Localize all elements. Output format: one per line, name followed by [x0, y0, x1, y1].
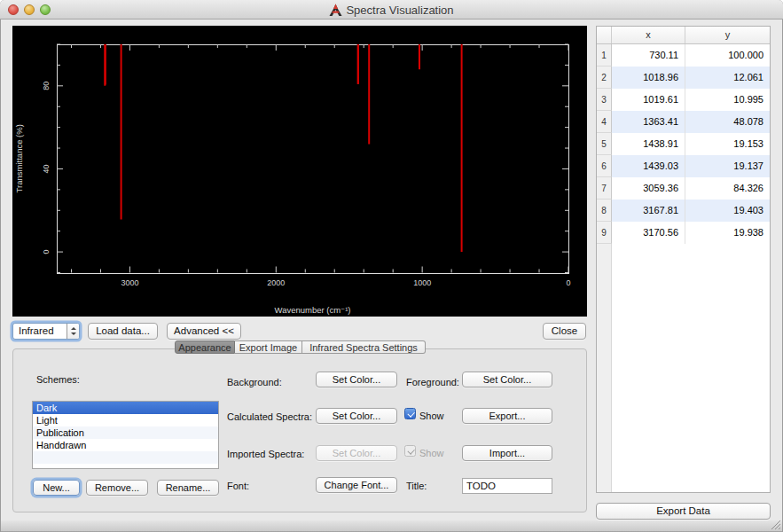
background-set-color-button[interactable]: Set Color... [316, 372, 397, 387]
spectra-visualization-window: Spectra Visualization 010002000300004080… [0, 0, 783, 532]
table-row: 51438.9119.153 [597, 133, 770, 155]
svg-text:0: 0 [566, 278, 570, 287]
minimize-window-button[interactable] [24, 4, 35, 15]
cell-y[interactable]: 19.938 [685, 222, 770, 244]
table-header: x y [597, 27, 770, 44]
imported-show-label: Show [419, 448, 444, 458]
cell-x[interactable]: 1438.91 [612, 133, 685, 155]
avogadro-app-icon [329, 4, 342, 17]
cell-x[interactable]: 3167.81 [612, 200, 685, 222]
svg-text:Wavenumber (cm⁻¹): Wavenumber (cm⁻¹) [275, 305, 351, 315]
scheme-item-dark[interactable]: Dark [33, 402, 218, 414]
svg-text:Transmittance (%): Transmittance (%) [14, 124, 24, 192]
export-calculated-button[interactable]: Export... [462, 408, 552, 424]
tab-export-image[interactable]: Export Image [235, 340, 302, 354]
zoom-window-button[interactable] [40, 4, 51, 15]
spectra-type-select[interactable]: Infrared [12, 323, 80, 340]
svg-text:1000: 1000 [413, 278, 431, 287]
cell-x[interactable]: 3170.56 [612, 222, 685, 244]
row-number: 5 [597, 133, 612, 155]
load-data-button[interactable]: Load data... [88, 323, 158, 340]
spectra-type-value: Infrared [19, 325, 54, 336]
peaks-table: x y 1730.11100.00021018.9612.06131019.61… [596, 26, 771, 493]
cell-y[interactable]: 84.326 [685, 177, 770, 200]
row-number: 3 [597, 89, 612, 111]
rename-scheme-button[interactable]: Rename... [157, 480, 219, 496]
row-number: 1 [597, 44, 612, 66]
cell-x[interactable]: 1019.61 [612, 89, 685, 111]
change-font-button[interactable]: Change Font... [316, 477, 397, 493]
settings-tabs: Appearance Export Image Infrared Spectra… [175, 340, 426, 354]
combo-stepper [67, 324, 79, 339]
tab-infrared-spectra-settings[interactable]: Infrared Spectra Settings [302, 340, 426, 354]
foreground-set-color-button[interactable]: Set Color... [462, 372, 552, 387]
cell-x[interactable]: 1439.03 [612, 155, 685, 177]
resize-grip[interactable] [771, 520, 781, 530]
table-row: 41363.4148.078 [597, 111, 770, 133]
cell-x[interactable]: 1018.96 [612, 66, 685, 89]
spectrum-plot: 010002000300004080Wavenumber (cm⁻¹)Trans… [12, 26, 587, 317]
row-number: 7 [597, 177, 612, 200]
export-data-button[interactable]: Export Data [596, 503, 771, 520]
calculated-show-checkbox[interactable] [404, 408, 416, 419]
close-window-button[interactable] [8, 4, 19, 15]
cell-x[interactable]: 1363.41 [612, 111, 685, 133]
table-empty-area [597, 244, 770, 492]
column-header-x[interactable]: x [612, 27, 685, 43]
schemes-label: Schemes: [36, 374, 80, 385]
row-number: 2 [597, 66, 612, 89]
chevron-up-icon [71, 327, 76, 330]
row-number: 8 [597, 200, 612, 222]
table-row: 83167.8119.403 [597, 200, 770, 222]
svg-text:80: 80 [42, 82, 51, 90]
tab-appearance[interactable]: Appearance [175, 340, 235, 354]
scheme-item-empty [33, 451, 218, 464]
calculated-spectra-label: Calculated Spectra: [227, 411, 312, 422]
chevron-down-icon [71, 332, 76, 335]
table-row: 31019.6110.995 [597, 89, 770, 111]
font-label: Font: [227, 481, 249, 491]
close-button[interactable]: Close [543, 323, 586, 340]
schemes-list[interactable]: DarkLightPublicationHanddrawn [32, 401, 219, 469]
imported-spectra-label: Imported Spectra: [227, 449, 304, 459]
cell-y[interactable]: 12.061 [685, 66, 770, 89]
advanced-button[interactable]: Advanced << [167, 323, 241, 340]
new-scheme-button[interactable]: New... [33, 480, 80, 496]
scheme-item-light[interactable]: Light [33, 414, 218, 426]
cell-y[interactable]: 19.403 [685, 200, 770, 222]
row-number: 6 [597, 155, 612, 177]
cell-y[interactable]: 10.995 [685, 89, 770, 111]
table-row: 21018.9612.061 [597, 66, 770, 89]
calculated-set-color-button[interactable]: Set Color... [316, 408, 397, 424]
import-spectra-button[interactable]: Import... [462, 445, 552, 461]
scheme-item-handdrawn[interactable]: Handdrawn [33, 439, 218, 451]
cell-y[interactable]: 19.153 [685, 133, 770, 155]
imported-set-color-button[interactable]: Set Color... [316, 445, 397, 461]
background-label: Background: [227, 377, 282, 387]
calculated-show-label: Show [419, 411, 444, 421]
title-bar[interactable]: Spectra Visualization [0, 0, 783, 20]
imported-show-checkbox[interactable] [404, 445, 416, 457]
row-number-header[interactable] [597, 27, 612, 43]
scheme-item-publication[interactable]: Publication [33, 426, 218, 439]
cell-y[interactable]: 19.137 [685, 155, 770, 177]
table-row: 73059.3684.326 [597, 177, 770, 200]
column-header-y[interactable]: y [685, 27, 770, 43]
scheme-item-empty [33, 464, 218, 469]
svg-text:3000: 3000 [121, 278, 138, 287]
svg-text:40: 40 [42, 164, 51, 173]
table-row: 1730.11100.000 [597, 44, 770, 66]
window-title: Spectra Visualization [346, 4, 453, 17]
cell-y[interactable]: 100.000 [685, 44, 770, 66]
cell-x[interactable]: 3059.36 [612, 177, 685, 200]
remove-scheme-button[interactable]: Remove... [86, 480, 148, 496]
table-row: 93170.5619.938 [597, 222, 770, 244]
table-row: 61439.0319.137 [597, 155, 770, 177]
title-label: Title: [406, 481, 427, 491]
window-bottom-edge [1, 520, 782, 532]
cell-y[interactable]: 48.078 [685, 111, 770, 133]
svg-text:2000: 2000 [267, 278, 285, 287]
row-number: 9 [597, 222, 612, 244]
title-input[interactable] [462, 478, 552, 494]
cell-x[interactable]: 730.11 [612, 44, 685, 66]
